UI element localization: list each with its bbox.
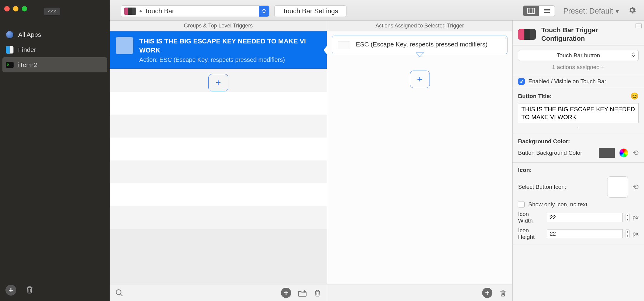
group-button[interactable] xyxy=(298,289,307,297)
touchbar-icon xyxy=(124,8,136,15)
actions-header: Actions Assigned to Selected Trigger xyxy=(327,21,512,31)
view-columns-button[interactable] xyxy=(523,6,539,16)
triggers-stripe-list: + xyxy=(110,69,327,229)
icon-width-input[interactable] xyxy=(547,213,623,222)
config-title: Touch Bar Trigger Configuration xyxy=(541,26,639,43)
sidebar-item-label: All Apps xyxy=(18,31,41,38)
search-button[interactable] xyxy=(115,289,124,297)
svg-point-8 xyxy=(116,290,121,294)
px-label: px xyxy=(633,214,639,221)
chevron-updown-icon xyxy=(632,52,635,59)
titlebar: <<< • Touch Bar Touch Bar Settings xyxy=(0,0,644,21)
config-panel: Touch Bar Trigger Configuration Touch Ba… xyxy=(513,21,644,301)
show-only-icon-checkbox[interactable] xyxy=(518,201,525,208)
bg-color-sublabel: Button Background Color xyxy=(518,150,594,156)
icon-width-stepper[interactable]: ▴▾ xyxy=(626,213,630,222)
sidebar-item-label: iTerm2 xyxy=(18,61,37,68)
svg-rect-0 xyxy=(527,8,535,14)
zoom-window-button[interactable] xyxy=(22,6,27,11)
actions-assigned-label[interactable]: 1 actions assigned + xyxy=(518,64,639,71)
px-label: px xyxy=(633,230,639,237)
color-picker-button[interactable] xyxy=(619,148,628,157)
reset-icon-button[interactable]: ⟲ xyxy=(633,183,639,191)
trigger-type-label: Touch Bar xyxy=(144,7,174,15)
combo-arrows-icon xyxy=(259,6,269,17)
action-text: ESC (Escape Key, respects pressed modifi… xyxy=(356,40,488,49)
button-title-input[interactable] xyxy=(518,103,639,123)
sidebar-item-finder[interactable]: Finder xyxy=(0,42,110,57)
svg-rect-16 xyxy=(636,24,641,28)
resize-handle-icon[interactable]: ○ xyxy=(518,125,639,129)
trigger-action-label: Action: ESC (Escape Key, respects presse… xyxy=(139,56,320,63)
gear-icon[interactable] xyxy=(628,6,637,16)
icon-well[interactable] xyxy=(607,176,628,198)
triggers-footer: + xyxy=(110,284,327,301)
icon-height-label: Icon Height xyxy=(518,227,544,240)
bg-color-label: Background Color: xyxy=(518,138,570,145)
close-window-button[interactable] xyxy=(4,6,10,11)
touch-bar-settings-button[interactable]: Touch Bar Settings xyxy=(274,5,346,17)
svg-line-9 xyxy=(121,294,123,296)
trigger-type-combo[interactable]: • Touch Bar xyxy=(121,5,269,17)
collapse-sidebar-button[interactable]: <<< xyxy=(44,7,60,16)
add-app-button[interactable]: + xyxy=(5,285,16,296)
view-mode-segmented xyxy=(523,5,555,16)
delete-trigger-button[interactable] xyxy=(314,289,321,297)
selected-row-indicator-icon xyxy=(322,46,327,55)
add-trigger-button[interactable]: + xyxy=(208,74,228,91)
actions-footer: + xyxy=(327,284,512,301)
bg-color-swatch[interactable] xyxy=(599,148,615,158)
trigger-type-value: Touch Bar button xyxy=(557,52,600,59)
collapse-sidebar-label: <<< xyxy=(48,9,56,14)
action-card[interactable]: ESC (Escape Key, respects pressed modifi… xyxy=(332,36,507,54)
add-trigger-footer-button[interactable]: + xyxy=(281,288,291,298)
emoji-picker-button[interactable]: 😊 xyxy=(630,92,639,100)
delete-app-button[interactable] xyxy=(25,285,34,295)
icon-height-stepper[interactable]: ▴▾ xyxy=(626,229,630,238)
trigger-title: THIS IS THE BIG ESCAPE KEY NEEDED TO MAK… xyxy=(139,37,320,55)
icon-label: Icon: xyxy=(518,167,532,173)
touchbar-badge-icon xyxy=(518,29,536,40)
trigger-type-select[interactable]: Touch Bar button xyxy=(518,50,639,61)
sidebar-item-all-apps[interactable]: All Apps xyxy=(0,27,110,42)
sidebar-item-label: Finder xyxy=(18,46,36,53)
icon-height-input[interactable] xyxy=(547,229,623,238)
minimize-window-button[interactable] xyxy=(13,6,18,11)
button-title-label: Button Title: xyxy=(518,93,552,100)
config-header: Touch Bar Trigger Configuration xyxy=(513,21,644,46)
trigger-row[interactable]: THIS IS THE BIG ESCAPE KEY NEEDED TO MAK… xyxy=(110,31,327,69)
preset-dropdown[interactable]: Preset: Default ▾ xyxy=(563,7,619,15)
globe-icon xyxy=(5,30,14,39)
add-action-button[interactable]: + xyxy=(410,71,430,88)
icon-width-label: Icon Width xyxy=(518,211,544,224)
add-action-footer-button[interactable]: + xyxy=(482,288,492,298)
actions-column: Actions Assigned to Selected Trigger ESC… xyxy=(327,21,513,301)
view-list-button[interactable] xyxy=(539,6,555,16)
trigger-preview-swatch xyxy=(116,37,133,54)
triggers-header: Groups & Top Level Triggers xyxy=(110,21,327,31)
enabled-checkbox[interactable] xyxy=(518,78,525,85)
delete-action-button[interactable] xyxy=(499,289,507,297)
apps-sidebar: All Apps Finder iTerm2 + xyxy=(0,21,110,301)
action-pointer-icon xyxy=(416,52,424,58)
finder-icon xyxy=(5,46,14,54)
action-preview-swatch xyxy=(338,41,350,49)
triggers-column: Groups & Top Level Triggers THIS IS THE … xyxy=(110,21,327,301)
enabled-label: Enabled / Visible on Touch Bar xyxy=(528,78,606,85)
iterm2-icon xyxy=(5,61,14,69)
sidebar-item-iterm2[interactable]: iTerm2 xyxy=(2,57,107,72)
select-icon-label: Select Button Icon: xyxy=(518,184,603,190)
reset-bg-color-button[interactable]: ⟲ xyxy=(633,149,639,157)
window-controls xyxy=(4,6,27,11)
show-only-icon-label: Show only icon, no text xyxy=(528,201,587,208)
popout-icon[interactable] xyxy=(636,23,642,30)
